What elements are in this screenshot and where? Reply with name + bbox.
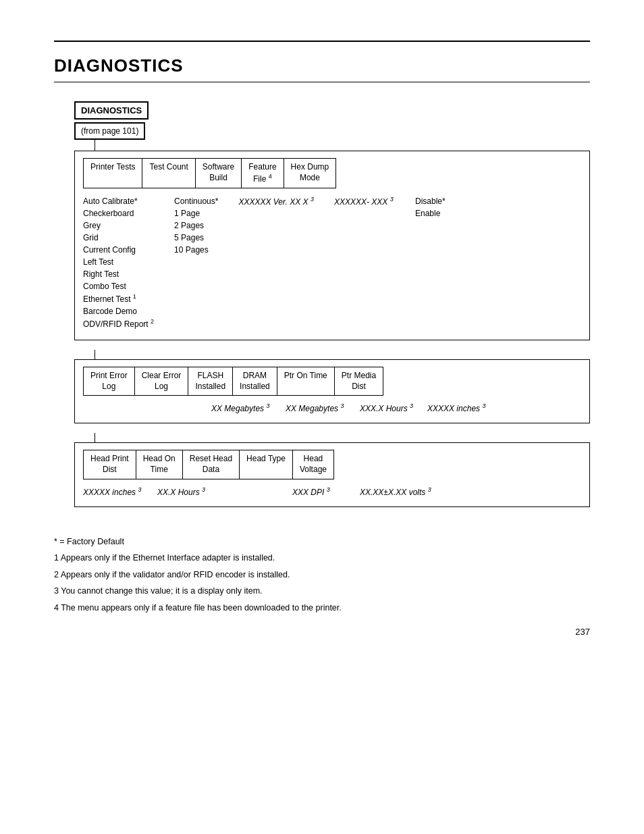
menu-head-voltage: HeadVoltage xyxy=(292,450,334,479)
menu-dram-installed: DRAMInstalled xyxy=(232,367,277,396)
section3: Head PrintDist Head OnTime Reset HeadDat… xyxy=(74,442,590,506)
menu-head-on-time: Head OnTime xyxy=(136,450,183,479)
hex-dump-subitems: Disable* Enable xyxy=(415,195,496,219)
menu-test-count: Test Count xyxy=(142,158,195,188)
page-number: 237 xyxy=(575,627,590,637)
note4: 4 The menu appears only if a feature fil… xyxy=(54,600,590,616)
menu-flash-installed: FLASHInstalled xyxy=(188,367,233,396)
software-build-subitems: XXXXXX Ver. XX X 3 xyxy=(238,195,334,208)
section1-sub-row: Auto Calibrate* Checkerboard Grey Grid C… xyxy=(83,195,581,330)
vert-connector-1 xyxy=(95,140,95,151)
diag-from-label: (from page 101) xyxy=(74,122,145,140)
top-label-area: DIAGNOSTICS (from page 101) xyxy=(74,101,590,140)
ptr-media-sub: XXXXX inches 3 xyxy=(427,402,495,413)
menu-hex-dump: Hex DumpMode xyxy=(284,158,337,188)
top-rule xyxy=(54,41,590,42)
head-type-sub: XXX DPI 3 xyxy=(292,486,360,497)
section1: Printer Tests Test Count SoftwareBuild F… xyxy=(74,151,590,340)
title-rule xyxy=(54,82,590,82)
test-count-subitems: Continuous* 1 Page 2 Pages 5 Pages 10 Pa… xyxy=(174,195,238,256)
vert-connector-2 xyxy=(95,350,95,359)
note3: 3 You cannot change this value; it is a … xyxy=(54,583,590,599)
ptr-on-time-sub: XXX.X Hours 3 xyxy=(360,402,427,413)
menu-feature-file: FeatureFile 4 xyxy=(241,158,284,188)
menu-print-error-log: Print ErrorLog xyxy=(83,367,135,396)
note2: 2 Appears only if the validator and/or R… xyxy=(54,567,590,583)
feature-file-subitems: XXXXXX- XXX 3 xyxy=(334,195,415,208)
menu-clear-error-log: Clear ErrorLog xyxy=(134,367,189,396)
section1-menu-row: Printer Tests Test Count SoftwareBuild F… xyxy=(83,158,581,188)
head-print-dist-sub: XXXXX inches 3 xyxy=(83,486,157,497)
vert-connector-3 xyxy=(95,433,95,442)
menu-software-build: SoftwareBuild xyxy=(195,158,242,188)
section2: Print ErrorLog Clear ErrorLog FLASHInsta… xyxy=(74,359,590,423)
menu-head-print-dist: Head PrintDist xyxy=(83,450,136,479)
section2-sub-row: XX Megabytes 3 XX Megabytes 3 XXX.X Hour… xyxy=(83,402,581,413)
footnotes: * = Factory Default 1 Appears only if th… xyxy=(54,534,590,616)
dram-sub: XX Megabytes 3 xyxy=(286,402,360,413)
note1: 1 Appears only if the Ethernet Interface… xyxy=(54,550,590,566)
head-on-time-sub: XX.X Hours 3 xyxy=(157,486,225,497)
diag-main-label: DIAGNOSTICS xyxy=(74,101,149,120)
flash-sub: XX Megabytes 3 xyxy=(211,402,286,413)
factory-default-note: * = Factory Default xyxy=(54,534,590,550)
section3-sub-row: XXXXX inches 3 XX.X Hours 3 XXX DPI 3 XX… xyxy=(83,486,581,497)
printer-tests-subitems: Auto Calibrate* Checkerboard Grey Grid C… xyxy=(83,195,174,330)
menu-reset-head-data: Reset HeadData xyxy=(182,450,240,479)
menu-printer-tests: Printer Tests xyxy=(83,158,142,188)
menu-ptr-media-dist: Ptr MediaDist xyxy=(334,367,383,396)
head-voltage-sub: XX.XX±X.XX volts 3 xyxy=(360,486,448,497)
diagnostics-diagram: DIAGNOSTICS (from page 101) Printer Test… xyxy=(74,101,590,507)
page-title: DIAGNOSTICS xyxy=(54,55,590,76)
section2-menu-row: Print ErrorLog Clear ErrorLog FLASHInsta… xyxy=(83,367,581,396)
section3-menu-row: Head PrintDist Head OnTime Reset HeadDat… xyxy=(83,450,581,479)
menu-head-type: Head Type xyxy=(239,450,293,479)
menu-ptr-on-time: Ptr On Time xyxy=(277,367,335,396)
